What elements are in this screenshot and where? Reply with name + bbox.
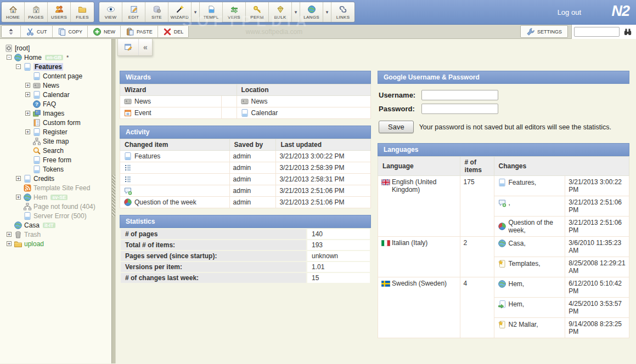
toolbar-button-edit[interactable]: EDIT — [122, 2, 145, 22]
change-item-link[interactable]: , — [509, 199, 510, 207]
toolbar-button-bulk[interactable]: BULK — [269, 2, 292, 22]
statistics-table: # of pages140Total # of items:193Pages s… — [120, 228, 371, 284]
expand-toggle[interactable]: + — [7, 241, 12, 246]
dropdown-arrow-langs[interactable]: ▾ — [323, 2, 331, 22]
wizard-location-link[interactable]: Calendar — [251, 109, 278, 117]
toolbar-button-users[interactable]: USERS — [48, 2, 71, 22]
tree-item-site-map[interactable]: Site map — [2, 136, 111, 146]
changed-item-link[interactable]: Question of the week — [134, 198, 196, 206]
collapse-tree-button[interactable]: « — [139, 39, 152, 55]
tree-item-custom-form[interactable]: Custom form — [2, 118, 111, 127]
comment-icon — [123, 186, 132, 195]
toolbar-button-home[interactable]: HOME — [2, 2, 25, 22]
username-field[interactable] — [421, 90, 498, 100]
expand-toggle[interactable]: + — [25, 129, 30, 134]
activity-panel-title: Activity — [120, 126, 371, 139]
settings-button[interactable]: SETTINGS — [520, 25, 568, 38]
expand-toggle[interactable]: + — [25, 111, 30, 116]
tree-item-casa[interactable]: Casait-IT — [2, 220, 111, 230]
save-button[interactable]: Save — [379, 121, 414, 133]
dropdown-arrow-wizard[interactable]: ▾ — [192, 2, 200, 22]
dropdown-arrow-bulk[interactable]: ▾ — [292, 2, 300, 22]
change-item-link[interactable]: Casa, — [509, 240, 526, 247]
expand-toggle[interactable]: + — [7, 232, 12, 237]
wizard-link[interactable]: Event — [134, 109, 151, 117]
activity-col-item: Changed item — [120, 139, 230, 151]
vers-icon — [230, 5, 239, 14]
change-item-link[interactable]: Question of the week, — [509, 219, 562, 234]
tree-item-free-form[interactable]: Free form — [2, 155, 111, 164]
tree-splitter[interactable] — [111, 39, 116, 363]
tree-item-template-site-feed[interactable]: Template Site Feed — [2, 183, 111, 192]
root-icon — [4, 44, 13, 53]
news-icon — [123, 97, 132, 106]
tree-item-trash[interactable]: +Trash — [2, 230, 111, 239]
paste-button[interactable]: PASTE — [121, 26, 158, 37]
collapse-toggle[interactable]: - — [7, 55, 12, 60]
copy-button[interactable]: COPY — [53, 26, 88, 37]
tree-item-page-not-found-404[interactable]: Page not found (404) — [2, 202, 111, 211]
toolbar-button-links[interactable]: LINKS — [331, 2, 354, 22]
search-button[interactable] — [620, 27, 636, 36]
tree-item-features[interactable]: -Features — [2, 62, 111, 71]
tree-item-upload[interactable]: +upload — [2, 239, 111, 248]
toolbar-button-perm[interactable]: PERM — [246, 2, 269, 22]
toolbar-button-wizard[interactable]: WIZARD — [168, 2, 192, 22]
toolbar-button-view[interactable]: VIEW — [99, 2, 122, 22]
tree-item-credits[interactable]: +Credits — [2, 174, 111, 183]
collapse-toggle[interactable]: - — [16, 64, 21, 69]
toolbar-button-files[interactable]: FILES — [71, 2, 94, 22]
statistic-value: 15 — [307, 272, 370, 283]
del-button[interactable]: DEL — [158, 26, 189, 37]
tree-item-content-page[interactable]: Content page — [2, 71, 111, 81]
tree-item-images[interactable]: +Images — [2, 109, 111, 118]
expand-toggle[interactable]: + — [16, 176, 21, 181]
tree-item-label: Register — [43, 128, 67, 136]
cut-button[interactable]: CUT — [21, 26, 53, 37]
toolbar-button-label: VIEW — [105, 15, 117, 20]
tree-item-label: Features — [33, 63, 63, 71]
logout-link[interactable]: Log out — [558, 8, 581, 16]
tree-item-news[interactable]: +News — [2, 81, 111, 90]
change-item-link[interactable]: Hem, — [509, 280, 525, 288]
toolbar-button-templ[interactable]: TEMPL — [200, 2, 223, 22]
new-button[interactable]: NEW — [88, 26, 121, 37]
tree-item-faq[interactable]: ?FAQ — [2, 99, 111, 109]
change-item-link[interactable]: Features, — [509, 179, 537, 186]
rss-icon — [23, 184, 32, 192]
wizard-link[interactable]: News — [134, 98, 151, 105]
change-item-link[interactable]: N2 Mallar, — [509, 321, 538, 328]
perm-icon — [253, 5, 262, 14]
change-item-link[interactable]: Hem, — [509, 300, 525, 308]
organize-button[interactable] — [118, 39, 139, 55]
tree-item-server-error-500[interactable]: Server Error (500) — [2, 211, 111, 220]
tree-item-home[interactable]: -Homeen-GB* — [2, 53, 111, 62]
tree-item-search[interactable]: Search — [2, 146, 111, 155]
tree-item-label: [root] — [15, 44, 30, 52]
password-field[interactable] — [421, 104, 498, 114]
toolbar-button-vers[interactable]: VERS — [223, 2, 246, 22]
updown-icon — [7, 27, 15, 36]
splitter-handle[interactable] — [112, 175, 115, 217]
reorder-button[interactable] — [2, 26, 21, 37]
languages-col-changes: Changes — [494, 157, 629, 176]
tree-item-register[interactable]: +Register — [2, 127, 111, 136]
wizard-location-link[interactable]: News — [251, 98, 268, 105]
tree-item-root[interactable]: [root] — [2, 43, 111, 53]
expand-toggle[interactable]: + — [25, 83, 30, 88]
toolbar-button-langs[interactable]: LANGS — [300, 2, 323, 22]
star-doc-icon — [498, 320, 506, 329]
tree-item-hem[interactable]: +Hemsv-SE — [2, 192, 111, 202]
changed-item-link[interactable]: Features — [134, 152, 160, 160]
expand-toggle[interactable]: + — [16, 195, 21, 200]
sitemap-icon — [23, 202, 32, 211]
toolbar-button-pages[interactable]: PAGES — [25, 2, 48, 22]
tree-item-tokens[interactable]: Tokens — [2, 164, 111, 174]
change-item-link[interactable]: Templates, — [509, 260, 541, 268]
tree-item-calendar[interactable]: +Calendar — [2, 90, 111, 99]
search-input[interactable] — [574, 27, 620, 37]
toolbar-button-site[interactable]: SITE — [145, 2, 168, 22]
expand-toggle[interactable]: + — [25, 92, 30, 97]
edit-button-label: DEL — [174, 29, 184, 35]
doc-icon — [498, 178, 506, 187]
